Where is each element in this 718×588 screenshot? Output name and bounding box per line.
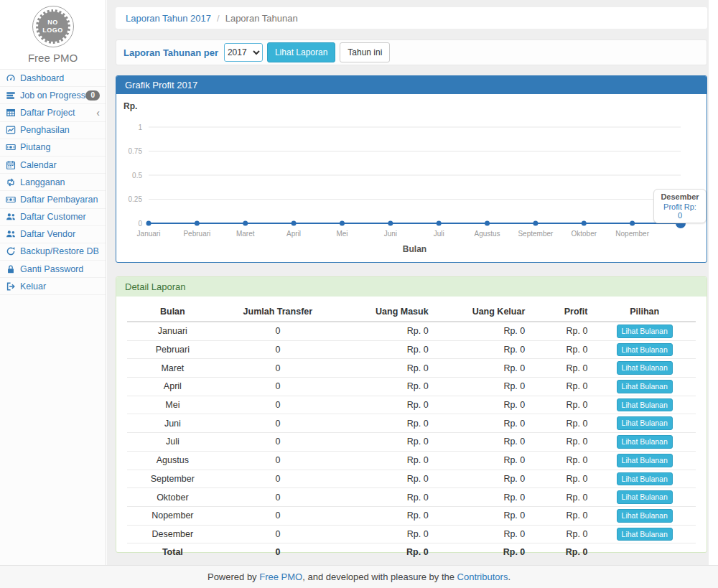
svg-text:1: 1 [138,123,142,131]
svg-text:Juli: Juli [434,230,444,238]
users-icon [6,229,17,240]
svg-text:Juni: Juni [384,230,397,238]
sidebar-item-daftar-vendor[interactable]: Daftar Vendor [0,226,106,243]
sidebar-item-label: Daftar Vendor [20,229,75,239]
sidebar-item-piutang[interactable]: Piutang [0,139,106,157]
table-cell: 0 [218,433,337,452]
view-month-button[interactable]: Lihat Bulanan [617,416,673,430]
column-header: Jumlah Transfer [218,302,337,322]
table-row: April0Rp. 0Rp. 0Rp. 0Lihat Bulanan [127,378,696,396]
table-cell: Rp. 0 [434,414,531,433]
view-month-button[interactable]: Lihat Bulanan [617,509,673,523]
column-header: Uang Keluar [434,302,531,322]
svg-text:Januari: Januari [137,230,161,238]
data-point-september[interactable] [533,221,538,226]
table-cell: September [127,470,218,488]
app-logo: NO LOGO [32,6,74,47]
data-point-januari[interactable] [146,221,151,226]
view-month-button[interactable]: Lihat Bulanan [617,490,673,504]
chart-tooltip: Desember Profit Rp: 0 [653,189,707,223]
view-month-button[interactable]: Lihat Bulanan [617,435,673,449]
free-pmo-link[interactable]: Free PMO [259,571,302,582]
view-month-button[interactable]: Lihat Bulanan [617,454,673,467]
users-icon [6,212,17,223]
view-month-button[interactable]: Lihat Bulanan [617,343,673,357]
table-cell: Rp. 0 [531,470,593,488]
view-month-button[interactable]: Lihat Bulanan [617,398,673,412]
view-month-button[interactable]: Lihat Bulanan [617,472,673,486]
svg-text:0.25: 0.25 [129,195,143,203]
svg-text:Agustus: Agustus [474,230,500,238]
sidebar-item-backup-restore-db[interactable]: Backup/Restore DB [0,243,106,261]
table-cell: Rp. 0 [434,525,531,543]
data-point-mei[interactable] [340,221,345,226]
table-action-cell: Lihat Bulanan [593,470,696,488]
data-point-agustus[interactable] [485,221,490,226]
data-point-oktober[interactable] [582,221,587,226]
table-action-cell [593,543,696,561]
contributors-link[interactable]: Contributors [457,571,508,582]
sidebar-item-job-on-progress[interactable]: Job on Progress0 [0,87,106,104]
table-cell: 0 [218,378,337,396]
sidebar-item-daftar-pembayaran[interactable]: Daftar Pembayaran [0,191,106,208]
view-month-button[interactable]: Lihat Bulanan [617,380,673,393]
data-point-april[interactable] [292,221,297,226]
data-point-nopember[interactable] [630,221,635,226]
line-chart-icon [6,125,17,136]
view-report-button[interactable]: Lihat Laporan [267,42,335,63]
calendar-icon [6,159,17,170]
sidebar-item-dashboard[interactable]: Dashboard [0,70,106,87]
table-cell: Rp. 0 [337,433,434,452]
table-action-cell: Lihat Bulanan [593,451,696,470]
content-area: Laporan Tahun 2017 / Laporan Tahunan Lap… [107,0,718,565]
sidebar-item-ganti-password[interactable]: Ganti Password [0,261,106,278]
table-cell: Desember [127,525,218,543]
table-row: Juli0Rp. 0Rp. 0Rp. 0Lihat Bulanan [127,433,696,452]
sidebar-item-penghasilan[interactable]: Penghasilan [0,122,106,139]
sidebar-item-daftar-customer[interactable]: Daftar Customer [0,209,106,226]
svg-text:0: 0 [138,220,142,228]
data-point-juni[interactable] [388,221,393,226]
table-cell: Rp. 0 [434,451,531,470]
view-month-button[interactable]: Lihat Bulanan [617,325,673,338]
table-total-row: Total0Rp. 0Rp. 0Rp. 0 [127,543,696,561]
table-cell: 0 [218,506,337,525]
svg-text:Nopember: Nopember [615,230,649,238]
scrollbar-gutter[interactable] [709,0,718,565]
table-cell: Rp. 0 [531,396,593,414]
table-cell: Rp. 0 [531,433,593,452]
table-cell: 0 [218,322,337,340]
table-cell: Rp. 0 [337,396,434,414]
sidebar-item-label: Langganan [20,177,65,187]
year-select[interactable]: 2017 [224,43,263,62]
table-cell: Rp. 0 [337,378,434,396]
sidebar-item-calendar[interactable]: Calendar [0,157,106,174]
table-cell: Rp. 0 [434,378,531,396]
sidebar-item-langganan[interactable]: Langganan [0,174,106,191]
this-year-button[interactable]: Tahun ini [340,42,390,63]
table-cell: Rp. 0 [337,322,434,340]
svg-text:Maret: Maret [236,230,255,238]
data-point-juli[interactable] [437,221,442,226]
data-point-maret[interactable] [243,221,248,226]
data-point-pebruari[interactable] [195,221,200,226]
table-cell: Rp. 0 [531,525,593,543]
table-cell: April [127,378,218,396]
chevron-left-icon: ‹ [96,108,100,118]
table-cell: Rp. 0 [434,322,531,340]
sidebar-item-daftar-project[interactable]: Daftar Project‹ [0,104,106,121]
breadcrumb-link[interactable]: Laporan Tahun 2017 [126,13,211,24]
tooltip-title: Desember [661,192,699,201]
table-cell: Maret [127,359,218,378]
table-cell: Rp. 0 [337,451,434,470]
table-cell: 0 [218,359,337,378]
table-action-cell: Lihat Bulanan [593,359,696,378]
table-cell: Rp. 0 [531,506,593,525]
sidebar-item-keluar[interactable]: Keluar [0,278,106,295]
view-month-button[interactable]: Lihat Bulanan [617,528,673,541]
table-row: Januari0Rp. 0Rp. 0Rp. 0Lihat Bulanan [127,322,696,340]
table-cell: 0 [218,414,337,433]
view-month-button[interactable]: Lihat Bulanan [617,361,673,375]
svg-text:Mei: Mei [336,230,348,238]
tasks-icon [6,90,17,101]
